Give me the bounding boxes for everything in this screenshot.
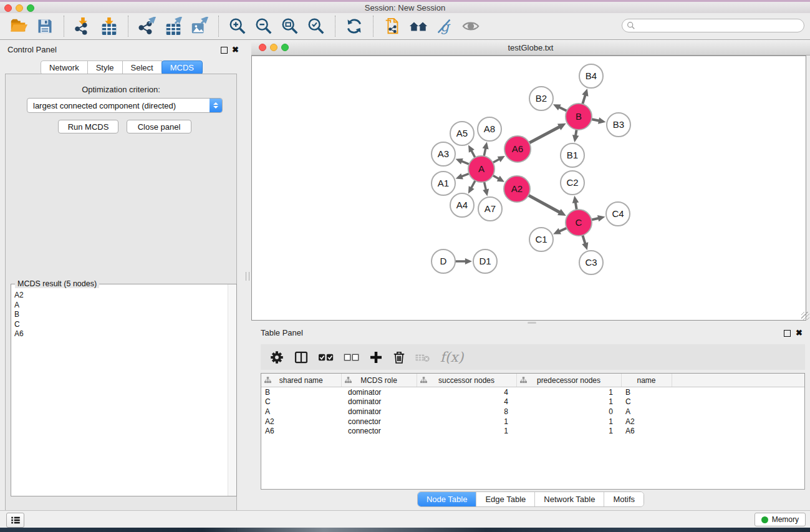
clone-network-button[interactable] — [382, 16, 402, 36]
task-history-button[interactable] — [6, 513, 24, 528]
table-cell[interactable]: 0 — [516, 407, 621, 417]
apply-layout-button[interactable] — [344, 16, 364, 36]
float-panel-icon[interactable] — [221, 47, 228, 54]
vertical-splitter[interactable] — [243, 40, 251, 510]
zoom-selected-button[interactable] — [306, 16, 326, 36]
close-panel-icon[interactable]: ✖ — [232, 46, 239, 54]
table-cell[interactable]: 4 — [417, 397, 516, 407]
tab-style[interactable]: Style — [87, 60, 123, 75]
clone-network-icon — [383, 17, 402, 36]
graph-edge-A6-B[interactable] — [528, 127, 560, 143]
table-cell[interactable]: connector — [341, 417, 417, 427]
table-cell[interactable]: C — [261, 397, 341, 407]
tab-select[interactable]: Select — [122, 60, 162, 75]
result-list-item[interactable]: A2 — [14, 291, 235, 301]
table-cell[interactable]: A — [621, 407, 672, 417]
zoom-in-button[interactable] — [228, 16, 248, 36]
tab-network[interactable]: Network — [41, 60, 88, 75]
settings-button[interactable] — [269, 347, 285, 367]
toggle-details-icon — [461, 17, 480, 36]
result-list-item[interactable]: B — [14, 310, 235, 320]
table-row[interactable]: Bdominator41B — [261, 387, 804, 397]
table-cell[interactable]: 8 — [417, 407, 516, 417]
close-panel-icon[interactable]: ✖ — [796, 329, 803, 337]
toggle-details-button[interactable] — [461, 16, 481, 36]
column-header-name[interactable]: name — [621, 374, 672, 387]
close-panel-button[interactable]: Close panel — [127, 120, 191, 133]
export-network-button[interactable] — [137, 16, 157, 36]
float-panel-icon[interactable] — [784, 330, 791, 337]
search-box[interactable] — [622, 19, 804, 32]
table-row[interactable]: Cdominator41C — [261, 397, 804, 407]
tab-node-table[interactable]: Node Table — [418, 492, 476, 506]
table-cell[interactable]: 1 — [516, 387, 621, 397]
deselect-all-button[interactable] — [343, 347, 360, 367]
table-row[interactable]: A2connector11A2 — [261, 417, 804, 427]
table-cell[interactable]: 1 — [516, 426, 621, 436]
column-header-predecessor-nodes[interactable]: predecessor nodes — [516, 374, 621, 387]
table-row[interactable]: Adominator80A — [261, 407, 804, 417]
column-view-button[interactable] — [293, 347, 309, 367]
graph-node-label: A7 — [485, 203, 496, 214]
column-header-mcds-role[interactable]: MCDS role — [341, 374, 417, 387]
table-cell[interactable]: B — [261, 387, 341, 397]
table-cell[interactable]: dominator — [341, 397, 417, 407]
delete-table-button[interactable] — [415, 347, 431, 367]
table-cell[interactable]: 1 — [516, 417, 621, 427]
table-cell[interactable]: A2 — [621, 417, 672, 427]
export-table-button[interactable] — [163, 16, 183, 36]
zoom-out-button[interactable] — [254, 16, 274, 36]
delete-row-button[interactable] — [392, 347, 407, 367]
result-list-item[interactable]: A6 — [14, 329, 235, 339]
optimization-criterion-select[interactable]: largest connected component (directed) — [27, 98, 223, 113]
zoom-fit-button[interactable] — [280, 16, 300, 36]
table-cell[interactable]: 1 — [417, 417, 516, 427]
table-cell[interactable]: connector — [341, 426, 417, 436]
save-session-button[interactable] — [35, 16, 55, 36]
tab-edge-table[interactable]: Edge Table — [476, 492, 534, 506]
optimization-criterion-label: Optimization criterion: — [6, 85, 236, 94]
table-cell[interactable]: 1 — [516, 397, 621, 407]
table-cell[interactable]: A2 — [261, 417, 341, 427]
column-header-label: shared name — [279, 376, 323, 385]
search-input[interactable] — [635, 21, 804, 31]
home-button[interactable] — [408, 16, 428, 36]
import-network-button[interactable] — [73, 16, 93, 36]
run-mcds-button[interactable]: Run MCDS — [58, 120, 118, 133]
open-file-button[interactable] — [9, 16, 29, 36]
table-cell[interactable]: A — [261, 407, 341, 417]
table-row[interactable]: A6connector11A6 — [261, 426, 804, 436]
select-all-button[interactable] — [317, 347, 335, 367]
result-list-item[interactable]: C — [14, 320, 235, 330]
resize-grip[interactable] — [801, 312, 809, 320]
import-table-button[interactable] — [99, 16, 119, 36]
column-header-successor-nodes[interactable]: successor nodes — [417, 374, 516, 387]
tab-motifs[interactable]: Motifs — [604, 492, 644, 506]
table-cell[interactable]: B — [621, 387, 672, 397]
memory-button[interactable]: Memory — [755, 513, 806, 526]
table-cell[interactable]: A6 — [621, 426, 672, 436]
tab-mcds[interactable]: MCDS — [162, 60, 203, 75]
function-builder-button[interactable]: f(x) — [439, 347, 465, 367]
network-window-titlebar[interactable]: testGlobe.txt — [251, 40, 810, 56]
table-cell[interactable]: 1 — [417, 426, 516, 436]
toolbar-group — [128, 16, 218, 37]
desktop-edge — [0, 528, 810, 532]
table-cell[interactable]: C — [621, 397, 672, 407]
splitter-handle[interactable] — [246, 272, 249, 281]
export-image-button[interactable] — [190, 16, 210, 36]
add-row-button[interactable] — [369, 347, 383, 367]
result-list-item[interactable]: A — [14, 301, 235, 311]
table-cell[interactable]: dominator — [341, 387, 417, 397]
result-scrollbar[interactable] — [228, 284, 236, 496]
table-cell[interactable]: dominator — [341, 407, 417, 417]
network-canvas[interactable]: B4B2BB3B1A5A8A6A3AA1A2C2A4A7C4CC1C3DD1 — [251, 56, 806, 321]
graph-edge-A2-C[interactable] — [528, 195, 560, 213]
table-cell[interactable]: A6 — [261, 426, 341, 436]
table-cell[interactable]: 4 — [417, 387, 516, 397]
splitter-handle[interactable] — [528, 322, 536, 324]
column-header-shared-name[interactable]: shared name — [261, 374, 341, 387]
mcds-tab-content: Optimization criterion: largest connecte… — [5, 74, 237, 532]
tab-network-table[interactable]: Network Table — [534, 492, 604, 506]
annotations-button[interactable]: g — [435, 16, 455, 36]
